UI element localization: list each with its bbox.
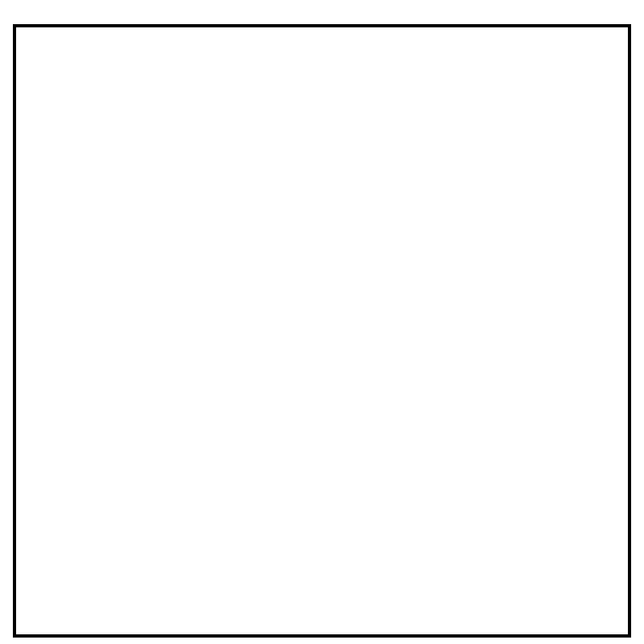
bottleneck-curve [16,27,628,634]
plot-area [16,27,628,634]
plot-frame [13,24,631,638]
chart-container [0,0,644,644]
